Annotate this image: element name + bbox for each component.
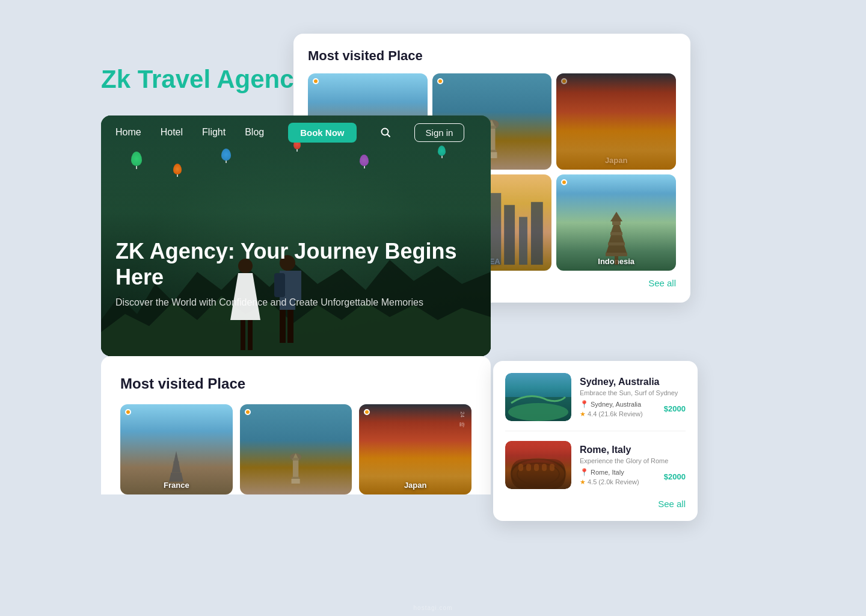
place-dot-france [313, 78, 319, 84]
svg-rect-50 [293, 460, 298, 477]
svg-rect-20 [612, 221, 621, 225]
dest-price-sydney: $2000 [664, 404, 686, 413]
dest-rating-rome: ★ 4.5 (2.0k Review) [580, 478, 639, 486]
hero-title: ZK Agency: Your Journey Begins Here [115, 238, 476, 290]
place-dot-turkey [437, 78, 443, 84]
destination-panel: Sydney, Australia Embrace the Sun, Surf … [493, 361, 698, 521]
bottom-place-turkey[interactable] [240, 404, 352, 494]
svg-rect-37 [280, 310, 286, 343]
most-visited-title: Most visited Place [308, 48, 676, 64]
svg-marker-25 [606, 245, 627, 253]
dest-rating-sydney: ★ 4.4 (21.6k Review) [580, 410, 643, 418]
svg-rect-16 [504, 205, 515, 265]
brand-title: Zk Travel Agency [101, 65, 308, 94]
svg-rect-49 [292, 458, 299, 460]
dest-price-rome: $2000 [664, 472, 686, 481]
dest-desc-sydney: Embrace the Sun, Surf of Sydney [580, 389, 686, 396]
hero-content: ZK Agency: Your Journey Begins Here Disc… [115, 238, 476, 308]
nav-home[interactable]: Home [115, 127, 141, 138]
svg-rect-17 [519, 217, 527, 265]
svg-line-41 [387, 135, 390, 137]
hero-subtitle: Discover the World with Confidence and C… [115, 297, 476, 308]
svg-marker-44 [172, 463, 181, 473]
place-card-japan[interactable]: Japan [556, 73, 676, 170]
dest-location-sydney: 📍 Sydney, Australia [580, 400, 643, 408]
svg-rect-51 [292, 477, 299, 479]
svg-rect-27 [615, 256, 618, 265]
dest-card-sydney: Sydney, Australia Embrace the Sun, Surf … [505, 373, 686, 421]
place-card-indonesia[interactable]: Indonesia [556, 174, 676, 271]
book-now-button[interactable]: Book Now [288, 123, 356, 143]
svg-rect-45 [171, 473, 182, 474]
dest-info-rome: Rome, Italy Experience the Glory of Rome… [580, 445, 686, 486]
dest-card-rome: Rome, Italy Experience the Glory of Rome… [505, 441, 686, 489]
svg-rect-38 [287, 310, 293, 343]
svg-rect-33 [248, 320, 253, 350]
svg-rect-24 [608, 242, 625, 245]
dest-name-sydney: Sydney, Australia [580, 377, 686, 387]
nav-flight[interactable]: Flight [202, 127, 226, 138]
svg-rect-32 [241, 320, 245, 350]
dest-desc-rome: Experience the Glory of Rome [580, 457, 686, 464]
svg-marker-42 [174, 451, 179, 461]
signin-button[interactable]: Sign in [414, 123, 465, 142]
dest-name-rome: Rome, Italy [580, 445, 686, 455]
svg-marker-23 [609, 235, 624, 242]
svg-rect-26 [606, 253, 627, 256]
bottom-place-france[interactable]: France [120, 404, 233, 494]
svg-rect-18 [531, 202, 543, 265]
hero-card: Home Hotel Flight Blog Book Now Sign in … [101, 116, 491, 356]
svg-marker-21 [611, 225, 622, 232]
svg-marker-19 [610, 212, 622, 221]
dest-img-sydney[interactable] [505, 373, 571, 421]
nav-hotel[interactable]: Hotel [161, 127, 183, 138]
bottom-place-japan[interactable]: 24時 Japan [359, 404, 471, 494]
see-all-bottom[interactable]: See all [505, 499, 686, 509]
svg-point-53 [508, 403, 568, 421]
main-content: Most visited Place France [101, 356, 491, 494]
search-icon[interactable] [376, 123, 395, 142]
bottom-japan-label: Japan [359, 481, 471, 490]
bottom-section-title: Most visited Place [120, 375, 471, 392]
bottom-france-label: France [120, 481, 233, 490]
nav-bar: Home Hotel Flight Blog Book Now Sign in [101, 116, 491, 149]
watermark: hostagi.com [414, 605, 453, 611]
nav-links: Home Hotel Flight Blog Book Now Sign in [115, 123, 464, 143]
divider [505, 431, 686, 431]
dest-info-sydney: Sydney, Australia Embrace the Sun, Surf … [580, 377, 686, 418]
svg-rect-52 [292, 479, 300, 484]
dest-img-rome[interactable] [505, 441, 571, 489]
nav-blog[interactable]: Blog [245, 127, 264, 138]
svg-rect-43 [174, 461, 179, 463]
dest-location-rome: 📍 Rome, Italy [580, 468, 639, 476]
bottom-places-grid: France 24時 Japan [120, 404, 471, 494]
svg-rect-22 [610, 232, 622, 235]
